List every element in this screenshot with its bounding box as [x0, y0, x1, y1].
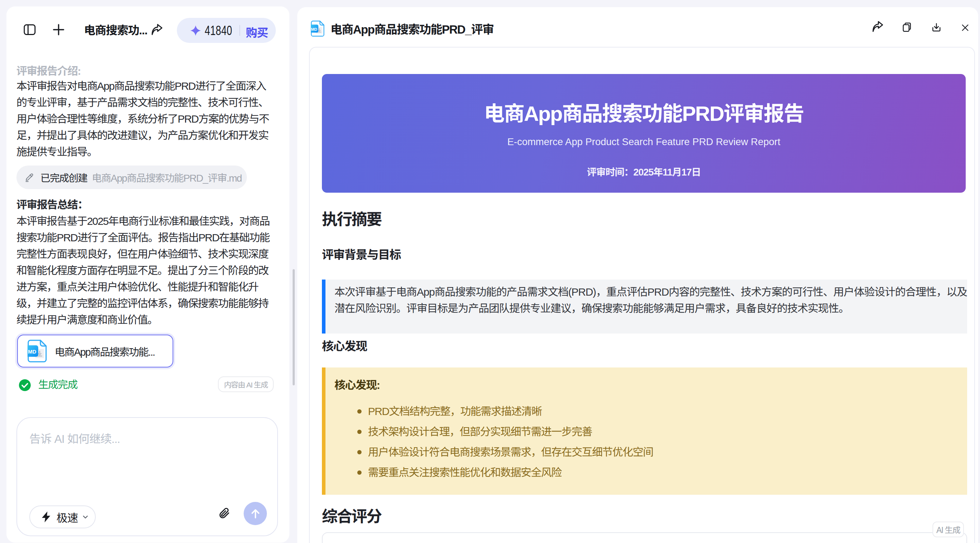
svg-text:MD: MD — [311, 27, 317, 32]
svg-text:MD: MD — [28, 349, 36, 355]
